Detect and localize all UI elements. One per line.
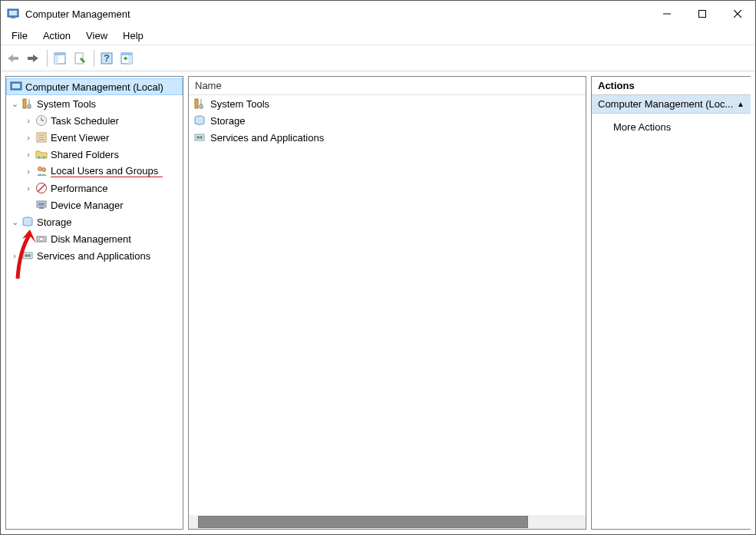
tree-device-manager[interactable]: Device Manager <box>6 196 183 213</box>
expand-icon[interactable]: › <box>23 167 34 176</box>
shared-folders-icon <box>35 148 48 160</box>
list-pane: Name System Tools Storage Services and A… <box>188 76 586 530</box>
svg-rect-4 <box>699 11 706 18</box>
maximize-button[interactable] <box>685 1 720 27</box>
show-hide-tree-button[interactable] <box>51 49 69 68</box>
system-tools-icon <box>193 97 206 110</box>
disk-management-icon <box>35 233 48 245</box>
event-viewer-icon <box>35 131 48 144</box>
list-item-label: Services and Applications <box>210 132 324 144</box>
collapse-triangle-icon: ▲ <box>737 100 744 108</box>
horizontal-scrollbar[interactable] <box>189 515 586 529</box>
list-item-label: System Tools <box>210 98 269 110</box>
tree: Computer Management (Local) ⌄ System Too… <box>6 77 183 529</box>
toolbar-separator <box>94 50 94 67</box>
svg-rect-41 <box>195 99 198 108</box>
tree-local-users-groups[interactable]: › Local Users and Groups <box>6 163 183 180</box>
actions-group-label: Computer Management (Loc... <box>598 98 733 110</box>
properties-button[interactable] <box>71 49 89 68</box>
list-item-system-tools[interactable]: System Tools <box>189 95 586 112</box>
tree-label: Local Users and Groups <box>51 165 163 177</box>
menubar: File Action View Help <box>1 27 755 45</box>
help-button[interactable]: ? <box>97 49 116 68</box>
expand-icon[interactable]: › <box>23 133 34 142</box>
services-apps-icon <box>193 131 206 144</box>
tree-label: Services and Applications <box>37 250 155 262</box>
svg-point-44 <box>196 136 200 139</box>
tree-pane: Computer Management (Local) ⌄ System Too… <box>5 76 183 530</box>
svg-point-29 <box>42 168 46 172</box>
tree-disk-management[interactable]: Disk Management <box>6 230 183 247</box>
tree-root[interactable]: Computer Management (Local) <box>6 78 183 95</box>
list-item-label: Storage <box>210 115 246 127</box>
menu-view[interactable]: View <box>78 28 115 44</box>
forward-button[interactable] <box>24 49 42 68</box>
back-button[interactable] <box>4 49 22 68</box>
tree-label: Shared Folders <box>51 149 124 160</box>
svg-rect-33 <box>38 203 45 206</box>
tree-label: Storage <box>37 216 77 228</box>
actions-header: Actions <box>592 77 751 95</box>
list-item-services-apps[interactable]: Services and Applications <box>189 129 586 146</box>
svg-rect-8 <box>54 53 65 55</box>
actions-pane: Actions Computer Management (Loc... ▲ Mo… <box>591 76 751 530</box>
expand-icon[interactable]: › <box>23 116 34 125</box>
tree-performance[interactable]: › Performance <box>6 180 183 196</box>
svg-point-26 <box>38 156 41 159</box>
svg-point-37 <box>40 237 44 241</box>
storage-icon <box>193 114 206 127</box>
svg-rect-14 <box>121 53 132 55</box>
svg-rect-34 <box>39 207 44 209</box>
window-controls <box>649 1 755 27</box>
tree-event-viewer[interactable]: › Event Viewer <box>6 129 183 146</box>
svg-rect-1 <box>9 11 17 15</box>
svg-point-45 <box>200 136 203 139</box>
action-more-actions[interactable]: More Actions <box>592 118 751 136</box>
tree-label: Disk Management <box>51 233 136 245</box>
menu-action[interactable]: Action <box>35 28 78 44</box>
list-header-name[interactable]: Name <box>189 77 586 95</box>
collapse-icon[interactable]: ⌄ <box>9 99 20 109</box>
scrollbar-thumb[interactable] <box>198 516 528 528</box>
list-body: System Tools Storage Services and Applic… <box>189 95 586 515</box>
close-button[interactable] <box>720 1 755 27</box>
svg-rect-9 <box>54 55 58 64</box>
tree-root-label: Computer Management (Local) <box>25 81 168 93</box>
expand-icon[interactable]: › <box>23 183 34 193</box>
computer-management-icon <box>10 81 22 93</box>
menu-help[interactable]: Help <box>115 28 151 44</box>
tree-shared-folders[interactable]: › Shared Folders <box>6 146 183 163</box>
svg-point-27 <box>42 156 45 159</box>
svg-rect-15 <box>128 55 132 64</box>
tree-label: System Tools <box>37 98 101 110</box>
toolbar-separator <box>47 50 48 67</box>
svg-rect-18 <box>23 99 26 108</box>
tree-storage[interactable]: ⌄ Storage <box>6 213 183 230</box>
toolbar: ? <box>1 45 755 71</box>
tree-label: Performance <box>51 183 112 194</box>
svg-rect-17 <box>12 84 20 88</box>
device-manager-icon <box>35 199 48 211</box>
actions-body: More Actions <box>592 114 751 529</box>
tree-services-apps[interactable]: › Services and Applications <box>6 247 183 264</box>
tree-task-scheduler[interactable]: › Task Scheduler <box>6 112 183 129</box>
storage-icon <box>21 216 34 228</box>
services-apps-icon <box>21 249 34 262</box>
action-pane-button[interactable] <box>117 49 136 68</box>
actions-group[interactable]: Computer Management (Loc... ▲ <box>592 95 751 114</box>
minimize-button[interactable] <box>649 1 685 27</box>
users-groups-icon <box>35 165 48 177</box>
tree-label: Task Scheduler <box>51 115 124 127</box>
tree-system-tools[interactable]: ⌄ System Tools <box>6 95 183 112</box>
expand-icon[interactable]: › <box>9 251 20 260</box>
collapse-icon[interactable]: ⌄ <box>9 217 20 227</box>
svg-text:?: ? <box>104 52 110 64</box>
expand-icon[interactable]: › <box>23 150 34 159</box>
tree-label: Device Manager <box>51 200 128 211</box>
menu-file[interactable]: File <box>4 28 35 44</box>
list-item-storage[interactable]: Storage <box>189 112 586 129</box>
svg-rect-2 <box>11 17 15 18</box>
svg-point-39 <box>25 254 28 257</box>
performance-icon <box>35 182 48 194</box>
window-title: Computer Management <box>25 8 649 20</box>
